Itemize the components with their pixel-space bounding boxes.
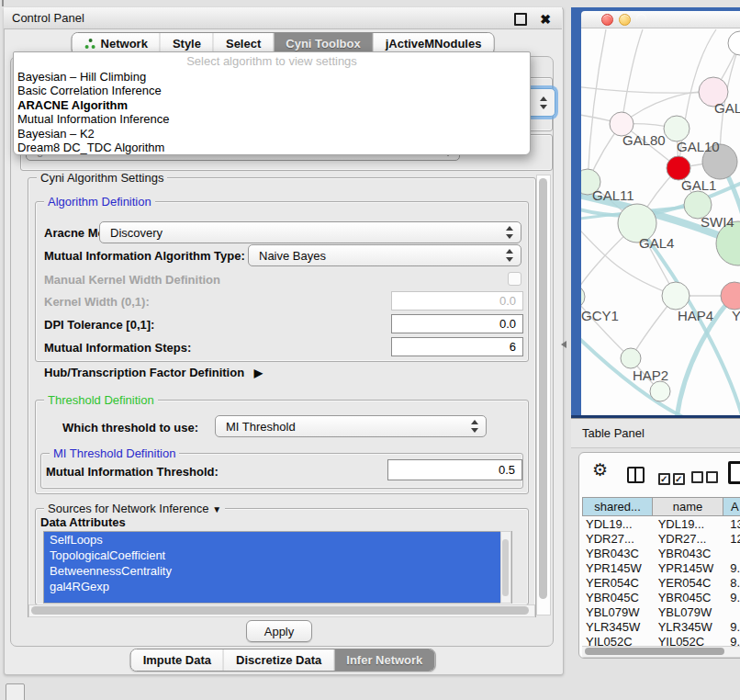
aracne-mode-combo[interactable]: Discovery (99, 221, 521, 243)
which-threshold-combo[interactable]: MI Threshold (215, 415, 487, 437)
table-cell: YDL19... (655, 517, 727, 532)
table-row[interactable]: YIL052CYIL052C9. (582, 635, 740, 646)
network-node[interactable] (581, 285, 585, 309)
network-tab-icon (84, 38, 96, 50)
node-label: HAP2 (633, 367, 668, 383)
network-edge[interactable] (588, 29, 606, 182)
tab-impute-data[interactable]: Impute Data (131, 649, 224, 671)
mi-steps-field[interactable]: 6 (391, 337, 523, 356)
attribute-item-selected[interactable]: TopologicalCoefficient (44, 548, 511, 563)
tab-label: Infer Network (346, 653, 422, 667)
tab-infer-network[interactable]: Infer Network (334, 649, 434, 671)
table-cell: YER054C (655, 576, 727, 591)
select-all-icon[interactable]: ✓✓ (658, 469, 688, 486)
minimized-panel-icon[interactable] (6, 683, 25, 700)
tab-label: Cyni Toolbox (286, 37, 360, 51)
document-icon[interactable] (728, 461, 740, 484)
kernel-width-field[interactable]: 0.0 (391, 291, 523, 310)
algorithm-option[interactable]: Dream8 DC_TDC Algorithm (14, 141, 530, 154)
column-header-shared-name[interactable]: shared... (582, 497, 653, 516)
network-edge[interactable] (581, 85, 713, 93)
network-node[interactable] (728, 31, 740, 55)
node-label: GAL80 (622, 132, 666, 148)
tab-label: Select (226, 37, 261, 51)
splitter-collapse-icon[interactable] (561, 341, 566, 348)
algorithm-option[interactable]: Mutual Information Inference (14, 112, 530, 126)
mi-steps-label: Mutual Information Steps: (44, 341, 191, 355)
attribute-item-selected[interactable]: gal4RGexp (44, 579, 511, 594)
data-attributes-label: Data Attributes (40, 515, 126, 529)
attribute-item-selected[interactable]: SelfLoops (44, 532, 511, 548)
table-cell: YIL052C (655, 635, 727, 646)
close-traffic-light[interactable] (601, 14, 613, 26)
zoom-traffic-light[interactable] (636, 14, 646, 24)
table-cell: YPR145W (655, 561, 727, 576)
table-rows: YDL19...YDL19...13YDR27...YDR27...12YBR0… (582, 517, 740, 646)
settings-horizontal-scroll-thumb[interactable] (31, 606, 529, 615)
table-panel-title: Table Panel (582, 426, 645, 440)
table-row[interactable]: YDR27...YDR27...12 (582, 532, 740, 547)
algorithm-option[interactable]: Bayesian – Hill Climbing (14, 70, 530, 84)
minimize-traffic-light[interactable] (619, 14, 631, 26)
network-node[interactable] (621, 348, 641, 368)
table-row[interactable]: YBL079WYBL079W (582, 605, 740, 620)
table-cell: YLR345W (582, 620, 655, 635)
network-node[interactable] (650, 381, 670, 401)
column-header-partial[interactable]: A (723, 497, 740, 516)
apply-button[interactable]: Apply (246, 620, 312, 642)
close-icon[interactable]: ✖ (540, 9, 551, 30)
mi-threshold-label: Mutual Information Threshold: (46, 465, 219, 479)
network-node[interactable] (664, 116, 690, 141)
algorithm-option[interactable]: ARACNE Algorithm (14, 98, 530, 112)
table-horizontal-scroll-thumb[interactable] (585, 648, 724, 655)
network-node[interactable] (662, 282, 690, 310)
settings-vertical-scrollbar[interactable] (536, 175, 551, 615)
table-cell: YIL052C (582, 635, 655, 646)
data-attributes-list[interactable]: SelfLoopsTopologicalCoefficientBetweenne… (43, 531, 512, 604)
table-row[interactable]: YPR145WYPR145W9. (582, 561, 740, 576)
combo-spinner-icon (540, 96, 548, 109)
table-row[interactable]: YDL19...YDL19...13 (582, 517, 740, 532)
network-edge[interactable] (622, 29, 643, 124)
combo-spinner-icon (471, 420, 479, 433)
expander-expanded-icon: ▼ (212, 504, 221, 514)
column-header-name[interactable]: name (652, 497, 723, 516)
hub-expander[interactable]: Hub/Transcription Factor Definition ▶ (44, 366, 263, 379)
manual-kernel-checkbox[interactable] (508, 272, 521, 286)
mi-type-combo[interactable]: Naive Bayes (248, 244, 521, 266)
expander-collapsed-icon: ▶ (254, 367, 263, 379)
algorithm-option[interactable]: Bayesian – K2 (14, 127, 530, 141)
node-label: HAP4 (678, 308, 713, 323)
table-cell: YBL079W (655, 605, 727, 620)
network-view-window[interactable]: GALGAL80GAL10GAL1GAL11SWI4GAL4GCY1HAP4YH… (571, 7, 740, 418)
deselect-all-icon[interactable] (691, 470, 721, 487)
panel-title: Control Panel (12, 7, 84, 28)
checked-box-icon: ✓ (658, 473, 670, 485)
network-canvas[interactable]: GALGAL80GAL10GAL1GAL11SWI4GAL4GCY1HAP4YH… (581, 28, 740, 418)
table-cell: 9. (726, 561, 740, 576)
algorithm-option[interactable]: Basic Correlation Inference (14, 84, 530, 97)
sources-title[interactable]: Sources for Network Inference ▼ (44, 502, 225, 516)
gear-icon[interactable]: ⚙ (592, 459, 608, 480)
settings-vertical-scroll-thumb[interactable] (539, 178, 547, 599)
mi-threshold-definition-title: MI Threshold Definition (50, 446, 179, 460)
table-cell: YDL19... (582, 517, 655, 532)
table-row[interactable]: YBR045CYBR045C9. (582, 591, 740, 605)
table-row[interactable]: YLR345WYLR345W9. (582, 620, 740, 635)
column-settings-icon[interactable] (627, 467, 645, 483)
attr-list-scroll-thumb[interactable] (502, 539, 509, 596)
dpi-tolerance-field[interactable]: 0.0 (391, 314, 523, 333)
node-table-card: ⚙ ✓✓ shared... name A YDL19...YDL19...13… (578, 452, 740, 659)
mi-threshold-field[interactable]: 0.5 (387, 459, 522, 480)
table-row[interactable]: YBR043CYBR043C (582, 547, 740, 561)
tab-discretize-data[interactable]: Discretize Data (224, 649, 334, 671)
attribute-item-selected[interactable]: BetweennessCentrality (44, 563, 511, 579)
attr-list-scrollbar[interactable] (500, 531, 511, 604)
node-label: GAL10 (677, 139, 720, 154)
settings-horizontal-scrollbar[interactable] (28, 604, 535, 617)
table-horizontal-scrollbar[interactable] (582, 646, 740, 658)
table-row[interactable]: YER054CYER054C8. (582, 576, 740, 591)
float-window-icon[interactable] (514, 13, 527, 26)
cyni-settings-title: Cyni Algorithm Settings (37, 173, 167, 185)
table-cell: 8. (726, 576, 740, 591)
